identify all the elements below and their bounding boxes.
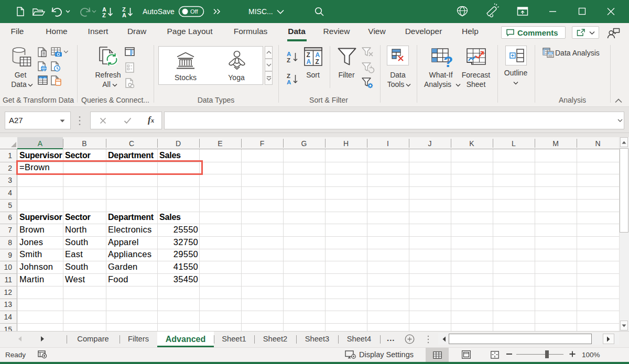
svg-text:Z: Z xyxy=(307,51,310,59)
svg-text:A: A xyxy=(122,12,126,18)
svg-text:A: A xyxy=(287,51,291,57)
svg-text:Off: Off xyxy=(190,8,198,15)
svg-text:Z: Z xyxy=(287,73,290,79)
svg-text:Z: Z xyxy=(287,57,290,63)
svg-text:Z: Z xyxy=(102,12,106,18)
svg-text:A: A xyxy=(307,58,311,65)
svg-text:Z: Z xyxy=(316,58,319,65)
svg-text:A: A xyxy=(287,79,291,85)
svg-text:?: ? xyxy=(443,53,453,70)
svg-text:A: A xyxy=(316,51,320,59)
